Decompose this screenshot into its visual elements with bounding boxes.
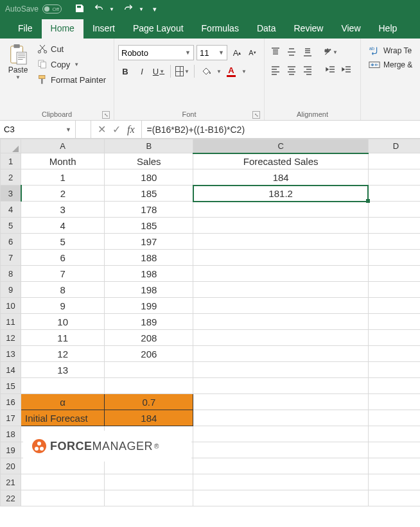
- spreadsheet[interactable]: ABCD1MonthSalesForecasted Sales211801843…: [0, 139, 420, 506]
- cell-A4[interactable]: 3: [21, 202, 105, 218]
- cell-D9[interactable]: [368, 282, 420, 298]
- cell-A14[interactable]: 13: [21, 362, 105, 378]
- italic-button[interactable]: I: [135, 64, 149, 78]
- cell-C11[interactable]: [193, 314, 368, 330]
- fill-color-button[interactable]: [199, 64, 213, 78]
- cell-A5[interactable]: 4: [21, 218, 105, 234]
- cell-D16[interactable]: [368, 394, 420, 410]
- cell-A21[interactable]: [21, 474, 105, 490]
- cell-B15[interactable]: [105, 378, 193, 394]
- font-color-button[interactable]: A: [224, 64, 238, 78]
- row-header-17[interactable]: 17: [1, 410, 21, 426]
- row-header-2[interactable]: 2: [1, 169, 21, 186]
- cell-B2[interactable]: 180: [105, 169, 193, 186]
- cell-B16[interactable]: 0.7: [105, 394, 193, 410]
- increase-font-icon[interactable]: A▴: [230, 46, 244, 60]
- cell-B12[interactable]: 208: [105, 330, 193, 346]
- tab-page-layout[interactable]: Page Layout: [124, 19, 193, 39]
- align-center-icon[interactable]: [284, 63, 299, 77]
- cell-C6[interactable]: [193, 234, 368, 250]
- col-header-B[interactable]: B: [105, 139, 193, 153]
- cell-C10[interactable]: [193, 298, 368, 314]
- cell-D6[interactable]: [368, 234, 420, 250]
- cell-C7[interactable]: [193, 250, 368, 266]
- cell-C14[interactable]: [193, 362, 368, 378]
- cell-B7[interactable]: 188: [105, 250, 193, 266]
- tab-formulas[interactable]: Formulas: [193, 19, 248, 39]
- row-header-6[interactable]: 6: [1, 234, 21, 250]
- cut-button[interactable]: Cut: [35, 42, 109, 55]
- cell-D18[interactable]: [368, 426, 420, 442]
- cell-B9[interactable]: 198: [105, 282, 193, 298]
- cell-A7[interactable]: 6: [21, 250, 105, 266]
- wrap-text-button[interactable]: ab Wrap Te: [369, 45, 416, 56]
- merge-center-button[interactable]: Merge &: [369, 59, 416, 71]
- cell-B4[interactable]: 178: [105, 202, 193, 218]
- font-name-combo[interactable]: Roboto▼: [118, 45, 194, 60]
- decrease-indent-icon[interactable]: [324, 63, 338, 77]
- row-header-21[interactable]: 21: [1, 474, 21, 490]
- cell-D13[interactable]: [368, 346, 420, 362]
- cell-D15[interactable]: [368, 378, 420, 394]
- col-header-C[interactable]: C: [193, 139, 368, 153]
- row-header-14[interactable]: 14: [1, 362, 21, 378]
- align-left-icon[interactable]: [268, 63, 283, 77]
- name-box[interactable]: C3▼: [0, 121, 76, 138]
- bold-button[interactable]: B: [118, 64, 132, 78]
- borders-button[interactable]: ▼: [175, 64, 189, 78]
- cell-D19[interactable]: [368, 442, 420, 458]
- cell-A16[interactable]: α: [21, 394, 105, 410]
- row-header-12[interactable]: 12: [1, 330, 21, 346]
- cell-A11[interactable]: 10: [21, 314, 105, 330]
- cell-C12[interactable]: [193, 330, 368, 346]
- row-header-16[interactable]: 16: [1, 394, 21, 410]
- row-header-20[interactable]: 20: [1, 458, 21, 474]
- cell-B3[interactable]: 185: [105, 186, 193, 202]
- cell-A10[interactable]: 9: [21, 298, 105, 314]
- copy-button[interactable]: Copy▼: [35, 58, 109, 71]
- cell-B6[interactable]: 197: [105, 234, 193, 250]
- cell-C13[interactable]: [193, 346, 368, 362]
- cell-B10[interactable]: 199: [105, 298, 193, 314]
- tab-help[interactable]: Help: [370, 19, 407, 39]
- cell-D22[interactable]: [368, 490, 420, 506]
- cell-B1[interactable]: Sales: [105, 153, 193, 169]
- cell-C17[interactable]: [193, 410, 368, 426]
- cell-D11[interactable]: [368, 314, 420, 330]
- cell-A2[interactable]: 1: [21, 169, 105, 186]
- cell-D21[interactable]: [368, 474, 420, 490]
- cell-C18[interactable]: [193, 426, 368, 442]
- cell-D14[interactable]: [368, 362, 420, 378]
- row-header-18[interactable]: 18: [1, 426, 21, 442]
- align-right-icon[interactable]: [301, 63, 315, 77]
- cell-D12[interactable]: [368, 330, 420, 346]
- cell-B8[interactable]: 198: [105, 266, 193, 282]
- autosave-toggle[interactable]: AutoSave Off: [5, 4, 62, 13]
- cell-C3[interactable]: 181.2: [193, 186, 368, 202]
- cell-C21[interactable]: [193, 474, 368, 490]
- decrease-font-icon[interactable]: A▾: [245, 46, 259, 60]
- col-header-D[interactable]: D: [368, 139, 420, 153]
- cell-C1[interactable]: Forecasted Sales: [193, 153, 368, 169]
- formula-input[interactable]: =(B16*B2)+((1-B16)*C2): [142, 121, 420, 138]
- cell-C5[interactable]: [193, 218, 368, 234]
- cell-D1[interactable]: [368, 153, 420, 169]
- format-painter-button[interactable]: Format Painter: [35, 73, 109, 86]
- row-header-3[interactable]: 3: [1, 186, 21, 202]
- align-middle-icon[interactable]: [284, 45, 299, 59]
- cell-D20[interactable]: [368, 458, 420, 474]
- accept-formula-icon[interactable]: ✓: [112, 123, 121, 135]
- cell-D7[interactable]: [368, 250, 420, 266]
- cell-A9[interactable]: 8: [21, 282, 105, 298]
- align-top-icon[interactable]: [268, 45, 283, 59]
- cell-A12[interactable]: 11: [21, 330, 105, 346]
- font-launcher-icon[interactable]: ⤡: [252, 111, 260, 119]
- cell-B5[interactable]: 185: [105, 218, 193, 234]
- row-header-4[interactable]: 4: [1, 202, 21, 218]
- cell-C15[interactable]: [193, 378, 368, 394]
- row-header-5[interactable]: 5: [1, 218, 21, 234]
- orientation-icon[interactable]: ab▼: [324, 45, 338, 59]
- tab-home[interactable]: Home: [42, 19, 83, 39]
- cell-C2[interactable]: 184: [193, 169, 368, 186]
- cell-A13[interactable]: 12: [21, 346, 105, 362]
